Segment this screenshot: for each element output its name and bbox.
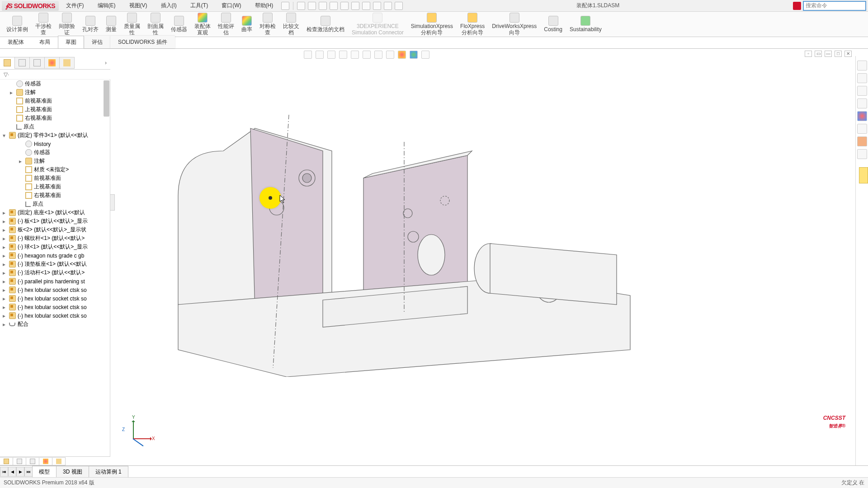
vcr-next-icon[interactable]: ▶ bbox=[16, 467, 24, 477]
tree-row[interactable]: ▸(-) hex lobular socket ctsk so bbox=[0, 303, 110, 311]
undo-icon[interactable] bbox=[351, 2, 359, 10]
pin-icon[interactable] bbox=[281, 2, 289, 10]
view-settings-icon[interactable] bbox=[421, 51, 429, 59]
fm-scroll-thumb[interactable] bbox=[104, 80, 109, 117]
fm-tab-tree[interactable] bbox=[0, 57, 15, 69]
ribbon-drivexpress[interactable]: DriveWorksXpress 向导 bbox=[488, 12, 540, 37]
fm-tab-dim[interactable] bbox=[44, 57, 60, 69]
cm-tab-evaluate[interactable]: 评估 bbox=[84, 36, 110, 48]
tab-3dview[interactable]: 3D 视图 bbox=[56, 466, 89, 478]
expand-arrow-icon[interactable]: ▸ bbox=[3, 218, 7, 225]
edit-appearance-icon[interactable] bbox=[398, 51, 406, 59]
tree-row[interactable]: 前视基准面 bbox=[0, 97, 110, 105]
ribbon-check-active[interactable]: 检查激活的文档 bbox=[303, 12, 348, 37]
tree-row[interactable]: ▸(-) 顶垫板座<1> (默认<<默认 bbox=[0, 260, 110, 268]
menu-window[interactable]: 窗口(W) bbox=[215, 0, 247, 11]
ribbon-perf-eval[interactable]: 性能评 估 bbox=[214, 12, 238, 37]
vcr-last-icon[interactable]: ⏭ bbox=[24, 467, 33, 477]
ribbon-asm-vis[interactable]: 装配体 直观 bbox=[191, 12, 214, 37]
vcr-first-icon[interactable]: ⏮ bbox=[0, 467, 8, 477]
tree-row[interactable]: ▸(-) hex lobular socket ctsk so bbox=[0, 294, 110, 303]
viewport-split2-icon[interactable]: ▭ bbox=[815, 51, 822, 57]
view-triad[interactable]: Y X Z bbox=[124, 416, 151, 443]
panel-collapse-handle[interactable] bbox=[110, 194, 115, 211]
home-icon[interactable] bbox=[297, 2, 305, 10]
fm-tab-config[interactable] bbox=[29, 57, 45, 69]
tree-row[interactable]: ▸(-) hexagon nuts grade c gb bbox=[0, 251, 110, 260]
taskpane-view-palette-icon[interactable] bbox=[857, 99, 867, 108]
expand-arrow-icon[interactable]: ▸ bbox=[3, 235, 7, 242]
section-view-icon[interactable] bbox=[339, 51, 347, 59]
filter-icon[interactable]: ▽· bbox=[0, 71, 13, 78]
ribbon-floxpress[interactable]: FloXpress 分析向导 bbox=[457, 12, 488, 37]
tree-row[interactable]: 材质 <未指定> bbox=[0, 165, 110, 174]
tree-row[interactable]: History bbox=[0, 140, 110, 148]
ribbon-symmetry[interactable]: 对称检 查 bbox=[256, 12, 279, 37]
ribbon-simxpress[interactable]: SimulationXpress 分析向导 bbox=[407, 12, 457, 37]
minimize-icon[interactable]: — bbox=[825, 51, 832, 57]
open-icon[interactable] bbox=[319, 2, 327, 10]
cfg-tab-prop[interactable] bbox=[13, 457, 26, 465]
expand-arrow-icon[interactable]: ▸ bbox=[3, 287, 7, 293]
taskpane-appearances-icon[interactable] bbox=[857, 111, 867, 121]
tree-row[interactable]: ▸(-) hex lobular socket ctsk so bbox=[0, 311, 110, 320]
ribbon-clearance[interactable]: 间隙验 证 bbox=[55, 12, 79, 37]
taskpane-flyout-handle[interactable] bbox=[859, 167, 868, 183]
ribbon-sustain[interactable]: Sustainability bbox=[566, 12, 605, 37]
tree-row[interactable]: ▸(-) 板<1> (默认<<默认>_显示 bbox=[0, 217, 110, 225]
ribbon-section-props[interactable]: 剖面属 性 bbox=[144, 12, 167, 37]
taskpane-resources-icon[interactable] bbox=[857, 149, 867, 159]
tree-row[interactable]: 上视基准面 bbox=[0, 105, 110, 114]
tree-row[interactable]: 前视基准面 bbox=[0, 174, 110, 183]
menu-view[interactable]: 视图(V) bbox=[123, 0, 154, 11]
graphics-viewport[interactable]: Y X Z CNCSST智造界® bbox=[110, 56, 868, 465]
zoom-fit-icon[interactable] bbox=[304, 51, 312, 59]
ribbon-design-study[interactable]: 设计算例 bbox=[3, 12, 32, 37]
tree-row[interactable]: 原点 bbox=[0, 200, 110, 208]
cfg-tab-tree[interactable] bbox=[0, 457, 13, 465]
vcr-prev-icon[interactable]: ◀ bbox=[8, 467, 16, 477]
fm-expand-arrow[interactable]: › bbox=[75, 60, 110, 66]
prev-view-icon[interactable] bbox=[327, 51, 335, 59]
expand-arrow-icon[interactable]: ▸ bbox=[3, 244, 7, 250]
rebuild-icon[interactable] bbox=[373, 2, 381, 10]
options-list-icon[interactable] bbox=[384, 2, 392, 10]
ribbon-interference[interactable]: 干涉检 查 bbox=[32, 12, 55, 37]
menu-help[interactable]: 帮助(H) bbox=[249, 0, 280, 11]
tab-motion-study[interactable]: 运动算例 1 bbox=[89, 466, 128, 478]
expand-arrow-icon[interactable]: ▾ bbox=[3, 132, 7, 139]
tree-row[interactable]: ▸(-) 球<1> (默认<<默认>_显示 bbox=[0, 243, 110, 251]
menu-edit[interactable]: 编辑(E) bbox=[91, 0, 122, 11]
tree-row[interactable]: ▸配合 bbox=[0, 320, 110, 328]
cfg-tab-dim[interactable] bbox=[39, 457, 52, 465]
expand-arrow-icon[interactable]: ▸ bbox=[3, 296, 7, 302]
tab-model[interactable]: 模型 bbox=[32, 466, 57, 478]
menu-tools[interactable]: 工具(T) bbox=[184, 0, 214, 11]
cm-tab-addins[interactable]: SOLIDWORKS 插件 bbox=[110, 36, 175, 48]
ribbon-compare[interactable]: 比较文 档 bbox=[279, 12, 303, 37]
tree-row[interactable]: ▸(-) hex lobular socket ctsk so bbox=[0, 286, 110, 294]
ribbon-curvature[interactable]: 曲率 bbox=[238, 12, 256, 37]
tree-row[interactable]: ▸(-) 活动杆<1> (默认<<默认> bbox=[0, 268, 110, 277]
apply-scene-icon[interactable] bbox=[410, 51, 418, 59]
cfg-tab-conf[interactable] bbox=[26, 457, 39, 465]
viewport-split-icon[interactable]: ▫ bbox=[805, 51, 812, 57]
new-icon[interactable] bbox=[308, 2, 316, 10]
expand-arrow-icon[interactable]: ▸ bbox=[3, 304, 7, 310]
expand-arrow-icon[interactable]: ▸ bbox=[3, 227, 7, 233]
view-orientation-icon[interactable] bbox=[363, 51, 371, 59]
ribbon-measure[interactable]: 测量 bbox=[102, 12, 120, 37]
taskpane-home-icon[interactable] bbox=[857, 61, 867, 70]
tree-row[interactable]: ▸(固定) 底座<1> (默认<<默认 bbox=[0, 208, 110, 217]
tree-row[interactable]: ▸注解 bbox=[0, 88, 110, 97]
cm-tab-assembly[interactable]: 装配体 bbox=[0, 36, 32, 48]
tree-row[interactable]: 原点 bbox=[0, 122, 110, 131]
dynamic-annot-icon[interactable] bbox=[351, 51, 359, 59]
expand-arrow-icon[interactable]: ▸ bbox=[10, 89, 14, 96]
expand-arrow-icon[interactable]: ▸ bbox=[3, 270, 7, 276]
cfg-tab-display[interactable] bbox=[52, 457, 66, 465]
fm-tab-display[interactable] bbox=[59, 57, 75, 69]
fm-tab-property[interactable] bbox=[14, 57, 30, 69]
close-icon[interactable]: ✕ bbox=[844, 51, 852, 57]
tree-row[interactable]: 传感器 bbox=[0, 148, 110, 157]
